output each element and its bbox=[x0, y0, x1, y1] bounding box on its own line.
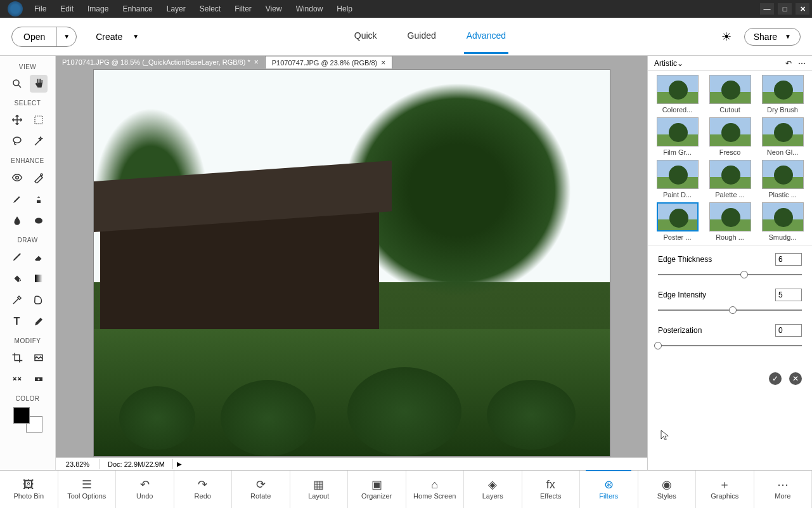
control-input-edge-intensity[interactable] bbox=[775, 289, 802, 301]
clone-stamp-tool[interactable] bbox=[30, 190, 48, 208]
slider-edge-intensity[interactable] bbox=[658, 305, 802, 315]
slider-posterization[interactable] bbox=[658, 341, 802, 351]
menu-enhance[interactable]: Enhance bbox=[116, 2, 158, 16]
eyedropper-tool[interactable] bbox=[8, 291, 26, 309]
document-tab[interactable]: P1070741.JPG @ 18.5% (_QuickActionBaseLa… bbox=[56, 56, 265, 68]
close-tab-icon[interactable]: × bbox=[381, 58, 385, 67]
filter-plastic[interactable]: Plastic ... bbox=[758, 160, 807, 199]
cancel-button[interactable]: ✕ bbox=[789, 372, 802, 385]
menu-image[interactable]: Image bbox=[81, 2, 115, 16]
control-input-edge-thickness[interactable] bbox=[775, 253, 802, 266]
menu-file[interactable]: File bbox=[28, 2, 53, 16]
dock-undo[interactable]: ↶Undo bbox=[116, 471, 174, 508]
straighten-tool[interactable] bbox=[30, 370, 48, 388]
open-button[interactable]: Open ▼ bbox=[11, 27, 77, 47]
category-dropdown-icon[interactable]: ⌄ bbox=[677, 59, 683, 68]
filter-category[interactable]: Artistic bbox=[654, 59, 677, 68]
undo-icon[interactable]: ↶ bbox=[785, 59, 792, 68]
text-tool[interactable]: T bbox=[8, 313, 26, 330]
dock-label: Layout bbox=[308, 492, 329, 500]
open-dropdown-icon[interactable]: ▼ bbox=[57, 33, 76, 40]
dock-tool-options[interactable]: ☰Tool Options bbox=[58, 471, 117, 508]
close-tab-icon[interactable]: × bbox=[254, 58, 259, 67]
filter-neongl[interactable]: Neon Gl... bbox=[758, 117, 807, 156]
lasso-tool[interactable] bbox=[8, 133, 26, 150]
menu-view[interactable]: View bbox=[259, 2, 288, 16]
slider-edge-thickness[interactable] bbox=[658, 270, 802, 280]
menu-help[interactable]: Help bbox=[330, 2, 359, 16]
filter-rough[interactable]: Rough ... bbox=[706, 202, 754, 241]
spot-heal-tool[interactable] bbox=[30, 169, 48, 186]
crop-tool[interactable] bbox=[8, 349, 26, 367]
zoom-level[interactable]: 23.82% bbox=[56, 459, 100, 469]
eraser-tool[interactable] bbox=[30, 248, 48, 266]
minimize-button[interactable]: — bbox=[760, 3, 774, 15]
dock-filters[interactable]: ⊛Filters bbox=[580, 471, 638, 508]
dock-layout[interactable]: ▦Layout bbox=[290, 471, 349, 508]
dock-label: Filters bbox=[599, 492, 618, 500]
filter-poster[interactable]: Poster ... bbox=[653, 202, 702, 241]
svg-rect-2 bbox=[35, 116, 42, 124]
filter-grid: Colored...CutoutDry BrushFilm Gr...Fresc… bbox=[648, 71, 812, 245]
dock-redo[interactable]: ↷Redo bbox=[174, 471, 233, 508]
control-input-posterization[interactable] bbox=[775, 324, 802, 337]
section-enhance: ENHANCE bbox=[11, 157, 44, 164]
recompose-tool[interactable] bbox=[30, 349, 48, 367]
pencil-tool[interactable] bbox=[30, 313, 48, 330]
filter-colored[interactable]: Colored... bbox=[653, 75, 702, 114]
create-button[interactable]: Create▼ bbox=[96, 32, 139, 42]
menu-filter[interactable]: Filter bbox=[228, 2, 258, 16]
filter-smudg[interactable]: Smudg... bbox=[758, 202, 807, 241]
filter-cutout[interactable]: Cutout bbox=[706, 75, 754, 114]
foreground-color[interactable] bbox=[13, 407, 30, 424]
menu-select[interactable]: Select bbox=[193, 2, 227, 16]
dock-label: Redo bbox=[195, 492, 211, 500]
menu-window[interactable]: Window bbox=[290, 2, 330, 16]
brightness-icon[interactable]: ☀ bbox=[721, 30, 731, 44]
canvas-viewport[interactable] bbox=[56, 68, 647, 457]
filter-palette[interactable]: Palette ... bbox=[706, 160, 754, 199]
sponge-tool[interactable] bbox=[30, 212, 48, 230]
document-tab[interactable]: P1070747.JPG @ 23.8% (RGB/8)× bbox=[265, 56, 393, 68]
dock-graphics[interactable]: ＋Graphics bbox=[696, 471, 754, 508]
content-aware-tool[interactable] bbox=[8, 370, 26, 388]
svg-rect-6 bbox=[37, 200, 41, 204]
dock-home-screen[interactable]: ⌂Home Screen bbox=[406, 471, 465, 508]
color-swatches[interactable] bbox=[13, 407, 42, 433]
mode-guided[interactable]: Guided bbox=[405, 19, 439, 54]
gradient-tool[interactable] bbox=[30, 270, 48, 287]
dock-more[interactable]: ⋯More bbox=[754, 471, 813, 508]
brush-tool[interactable] bbox=[8, 248, 26, 266]
apply-button[interactable]: ✓ bbox=[769, 372, 782, 385]
marquee-tool[interactable] bbox=[30, 111, 48, 129]
mode-quick[interactable]: Quick bbox=[352, 19, 380, 54]
menu-layer[interactable]: Layer bbox=[160, 2, 192, 16]
share-button[interactable]: Share▼ bbox=[744, 28, 801, 46]
filter-fresco[interactable]: Fresco bbox=[706, 117, 754, 156]
hand-tool[interactable] bbox=[30, 75, 48, 93]
dock-effects[interactable]: fxEffects bbox=[522, 471, 581, 508]
panel-menu-icon[interactable]: ⋯ bbox=[798, 59, 806, 68]
move-tool[interactable] bbox=[8, 111, 26, 129]
filter-paintd[interactable]: Paint D... bbox=[653, 160, 702, 199]
dock-photo-bin[interactable]: 🖼Photo Bin bbox=[0, 471, 58, 508]
dock-layers[interactable]: ◈Layers bbox=[464, 471, 522, 508]
status-arrow-icon[interactable]: ▶ bbox=[173, 460, 186, 467]
zoom-tool[interactable] bbox=[8, 75, 26, 93]
dock-icon: ☰ bbox=[82, 479, 92, 490]
brush-enhance-tool[interactable] bbox=[8, 190, 26, 208]
filter-filmgr[interactable]: Film Gr... bbox=[653, 117, 702, 156]
filter-drybrush[interactable]: Dry Brush bbox=[758, 75, 807, 114]
menu-edit[interactable]: Edit bbox=[54, 2, 80, 16]
blur-tool[interactable] bbox=[8, 212, 26, 230]
magic-wand-tool[interactable] bbox=[30, 133, 48, 150]
shape-tool[interactable] bbox=[30, 291, 48, 309]
dock-styles[interactable]: ◉Styles bbox=[638, 471, 697, 508]
dock-rotate[interactable]: ⟳Rotate bbox=[232, 471, 290, 508]
eye-tool[interactable] bbox=[8, 169, 26, 186]
dock-organizer[interactable]: ▣Organizer bbox=[348, 471, 406, 508]
maximize-button[interactable]: □ bbox=[778, 3, 792, 15]
close-button[interactable]: ✕ bbox=[796, 3, 809, 15]
mode-advanced[interactable]: Advanced bbox=[464, 19, 508, 54]
fill-tool[interactable] bbox=[8, 270, 26, 287]
